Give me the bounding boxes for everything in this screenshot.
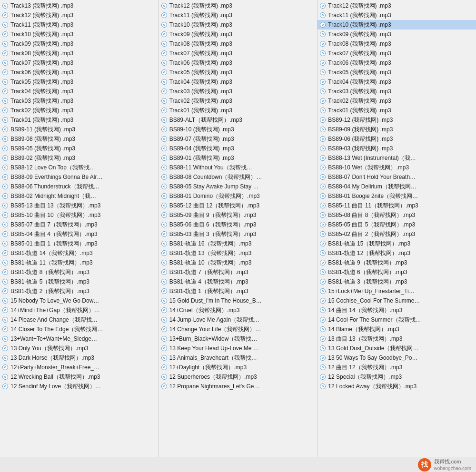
- list-item[interactable]: 14+Mind+The+Gap（我帮找网）…: [0, 305, 159, 315]
- list-item[interactable]: Track11 (我帮找网) .mp3: [317, 10, 476, 20]
- list-item[interactable]: BS85-01 曲目 1（我帮找网）.mp3: [0, 239, 159, 248]
- list-item[interactable]: BS89-11 (我帮找网) .mp3: [0, 125, 159, 134]
- list-item[interactable]: BS89-06 (我帮找网) .mp3: [317, 134, 476, 144]
- list-item[interactable]: Track08 (我帮找网) .mp3: [317, 39, 476, 49]
- list-item[interactable]: Track03 (我帮找网) .mp3: [317, 87, 476, 96]
- list-item[interactable]: Track11 (我帮找网) .mp3: [0, 20, 159, 30]
- list-item[interactable]: 13+Burn_Black+Widow（我帮找…: [159, 334, 317, 344]
- list-item[interactable]: BS88-11 Without You（我帮找…: [159, 163, 317, 172]
- list-item[interactable]: Track08 (我帮找网) .mp3: [159, 39, 317, 49]
- list-item[interactable]: Track13 (我帮找网) .mp3: [0, 1, 159, 10]
- list-item[interactable]: BS89-ALT（我帮找网）.mp3: [159, 115, 317, 125]
- list-item[interactable]: 12 Wrecking Ball（我帮找网）.mp3: [0, 372, 159, 382]
- list-item[interactable]: Track06 (我帮找网) .mp3: [0, 68, 159, 77]
- list-item[interactable]: Track01 (我帮找网) .mp3: [159, 106, 317, 115]
- list-item[interactable]: BS81-轨道 14（我帮找网）.mp3: [0, 248, 159, 258]
- list-item[interactable]: 14 Blame（我帮找网）.mp3: [317, 324, 476, 334]
- list-item[interactable]: BS85-06 曲目 6（我帮找网）.mp3: [159, 220, 317, 229]
- list-item[interactable]: Track09 (我帮找网) .mp3: [0, 39, 159, 49]
- list-item[interactable]: 14 Change Your Life（我帮找网）…: [159, 324, 317, 334]
- list-item[interactable]: Track06 (我帮找网) .mp3: [159, 58, 317, 68]
- list-item[interactable]: Track03 (我帮找网) .mp3: [0, 96, 159, 106]
- list-item[interactable]: BS89-04 (我帮找网) .mp3: [159, 144, 317, 153]
- list-item[interactable]: 12+Party+Monster_Break+Free_…: [0, 363, 159, 372]
- list-item[interactable]: BS81-轨道 11（我帮找网）.mp3: [0, 258, 159, 267]
- list-item[interactable]: BS88-07 Don't Hold Your Breath…: [317, 172, 476, 182]
- list-item[interactable]: Track09 (我帮找网) .mp3: [159, 30, 317, 39]
- list-item[interactable]: 14 Jump-Love Me Again（我帮找…: [159, 315, 317, 324]
- list-item[interactable]: 13 Dark Horse（我帮找网）.mp3: [0, 353, 159, 363]
- list-item[interactable]: BS81-轨道 10（我帮找网）.mp3: [159, 258, 317, 267]
- list-item[interactable]: 15 Gold Dust_I'm In The House_B…: [159, 296, 317, 305]
- list-item[interactable]: BS85-08 曲目 8（我帮找网）.mp3: [317, 210, 476, 220]
- list-item[interactable]: Track07 (我帮找网) .mp3: [0, 58, 159, 68]
- list-item[interactable]: Track05 (我帮找网) .mp3: [159, 68, 317, 77]
- list-item[interactable]: 15 Nobody To Love_We Go Dow…: [0, 296, 159, 305]
- list-item[interactable]: BS88-10 Wet（我帮找网）.mp3: [317, 163, 476, 172]
- list-item[interactable]: 13 曲目 13（我帮找网）.mp3: [317, 334, 476, 344]
- list-item[interactable]: BS89-03 (我帮找网) .mp3: [317, 144, 476, 153]
- list-item[interactable]: 12 Propane Nightmares_Let's Ge…: [159, 382, 317, 391]
- list-item[interactable]: BS81-轨道 6（我帮找网）.mp3: [317, 267, 476, 277]
- list-item[interactable]: BS88-09 Everthings Gonna Be Alr…: [0, 172, 159, 182]
- list-item[interactable]: BS88-13 Wet (Instrumental)（我…: [317, 153, 476, 163]
- list-item[interactable]: BS89-08 (我帮找网) .mp3: [0, 134, 159, 144]
- list-item[interactable]: BS81-轨道 4（我帮找网）.mp3: [159, 277, 317, 286]
- list-item[interactable]: BS85-13 曲目 13（我帮找网）.mp3: [0, 201, 159, 210]
- list-item[interactable]: BS81-轨道 5（我帮找网）.mp3: [0, 277, 159, 286]
- list-item[interactable]: Track07 (我帮找网) .mp3: [317, 49, 476, 58]
- list-item[interactable]: Track02 (我帮找网) .mp3: [317, 96, 476, 106]
- list-item[interactable]: BS89-02 (我帮找网) .mp3: [0, 153, 159, 163]
- list-item[interactable]: BS85-11 曲目 11（我帮找网）.mp3: [317, 201, 476, 210]
- list-item[interactable]: Track03 (我帮找网) .mp3: [159, 87, 317, 96]
- list-item[interactable]: Track02 (我帮找网) .mp3: [0, 106, 159, 115]
- list-item[interactable]: BS81-轨道 13（我帮找网）.mp3: [159, 248, 317, 258]
- list-item[interactable]: Track08 (我帮找网) .mp3: [0, 49, 159, 58]
- list-item[interactable]: BS89-12 (我帮找网) .mp3: [317, 115, 476, 125]
- list-item[interactable]: Track01 (我帮找网) .mp3: [0, 115, 159, 125]
- list-item[interactable]: BS81-轨道 8（我帮找网）.mp3: [0, 267, 159, 277]
- list-item[interactable]: BS88-01 Domino（我帮找网）.mp3: [159, 191, 317, 201]
- list-item[interactable]: Track10 (我帮找网) .mp3: [0, 30, 159, 39]
- list-item[interactable]: BS89-10 (我帮找网) .mp3: [159, 125, 317, 134]
- list-item[interactable]: Track05 (我帮找网) .mp3: [317, 68, 476, 77]
- list-item[interactable]: 14 Closer To The Edge（我帮找网…: [0, 324, 159, 334]
- list-item[interactable]: 14 曲目 14（我帮找网）.mp3: [317, 305, 476, 315]
- list-item[interactable]: Track05 (我帮找网) .mp3: [0, 77, 159, 87]
- list-item[interactable]: BS88-12 Love On Top（我帮找…: [0, 163, 159, 172]
- list-item[interactable]: BS81-轨道 15（我帮找网）.mp3: [317, 239, 476, 248]
- list-item[interactable]: BS85-02 曲目 2（我帮找网）.mp3: [317, 229, 476, 239]
- list-item[interactable]: Track04 (我帮找网) .mp3: [317, 77, 476, 87]
- list-item[interactable]: 13 Keep Your Head Up-Love Me …: [159, 344, 317, 353]
- list-item[interactable]: 14 Cool For The Summer（我帮找…: [317, 315, 476, 324]
- list-item[interactable]: Track12 (我帮找网) .mp3: [0, 10, 159, 20]
- list-item[interactable]: Track04 (我帮找网) .mp3: [0, 87, 159, 96]
- list-item[interactable]: BS81-轨道 12（我帮找网）.mp3: [317, 248, 476, 258]
- list-item[interactable]: BS89-01 (我帮找网) .mp3: [159, 153, 317, 163]
- list-item[interactable]: Track02 (我帮找网) .mp3: [159, 96, 317, 106]
- list-item[interactable]: BS85-04 曲目 4（我帮找网）.mp3: [0, 229, 159, 239]
- list-item[interactable]: Track01 (我帮找网) .mp3: [317, 106, 476, 115]
- list-item[interactable]: 12 Sendinf My Love（我帮找网）…: [0, 382, 159, 391]
- list-item[interactable]: BS85-05 曲目 5（我帮找网）.mp3: [317, 220, 476, 229]
- list-item[interactable]: BS88-01 Boogie 2nite（我帮找网…: [317, 191, 476, 201]
- list-item[interactable]: BS88-05 Stay Awake Jump Stay …: [159, 182, 317, 191]
- list-item[interactable]: Track10 (我帮找网) .mp3: [159, 20, 317, 30]
- list-item[interactable]: BS89-09 (我帮找网) .mp3: [317, 125, 476, 134]
- list-item[interactable]: BS88-06 Thunderstruck（我帮找…: [0, 182, 159, 191]
- list-item[interactable]: 12 Superheroes（我帮找网）.mp3: [159, 372, 317, 382]
- list-item[interactable]: Track07 (我帮找网) .mp3: [159, 49, 317, 58]
- list-item[interactable]: 15+Lock+Me+Up_Firestarter_Ti…: [317, 286, 476, 296]
- list-item[interactable]: Track12 (我帮找网) .mp3: [317, 1, 476, 10]
- list-item[interactable]: BS85-12 曲目 12（我帮找网）.mp3: [159, 201, 317, 210]
- list-item[interactable]: 13 50 Ways To Say Goodbye_Po…: [317, 353, 476, 363]
- list-item[interactable]: BS88-08 Countdown（我帮找网）…: [159, 172, 317, 182]
- list-item[interactable]: 13+Want+To+Want+Me_Sledge…: [0, 334, 159, 344]
- list-item[interactable]: BS81-轨道 2（我帮找网）.mp3: [0, 286, 159, 296]
- list-item[interactable]: BS81-轨道 7（我帮找网）.mp3: [159, 267, 317, 277]
- list-item[interactable]: BS85-10 曲目 10（我帮找网）.mp3: [0, 210, 159, 220]
- list-item[interactable]: 12+Daylight（我帮找网）.mp3: [159, 363, 317, 372]
- list-item[interactable]: 14+Cruel（我帮找网）.mp3: [159, 305, 317, 315]
- list-item[interactable]: Track09 (我帮找网) .mp3: [317, 30, 476, 39]
- list-item[interactable]: BS85-09 曲目 9（我帮找网）.mp3: [159, 210, 317, 220]
